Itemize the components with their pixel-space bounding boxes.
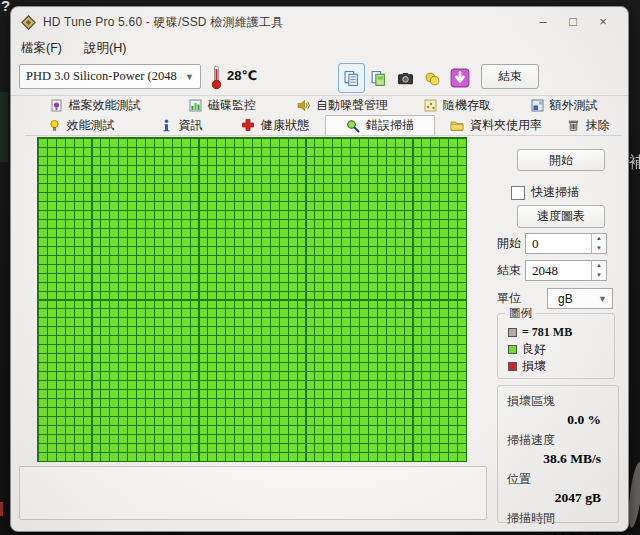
copy-image-button[interactable] (365, 63, 392, 93)
tab-aam[interactable]: 自動噪聲管理 (280, 95, 405, 115)
app-window: HD Tune Pro 5.60 - 硬碟/SSD 檢測維護工具 – □ × 檔… (10, 6, 629, 532)
copy-text-button[interactable] (338, 63, 365, 93)
exit-button[interactable]: 結束 (481, 64, 539, 89)
scan-end-label: 結束 (497, 262, 525, 279)
tab-label: 自動噪聲管理 (316, 97, 388, 114)
chevron-down-icon: ▼ (598, 294, 612, 304)
toolbar: PHD 3.0 Silicon-Power (2048 gB) ▼ 28℃ (11, 59, 628, 96)
tab-label: 健康狀態 (261, 117, 309, 134)
extra-tests-icon (531, 99, 544, 112)
scan-time-value: 14:00:31 (507, 529, 609, 535)
status-box: 損壞區塊 0.0 % 掃描速度 38.6 MB/s 位置 2047 gB 掃描時… (497, 385, 619, 523)
scan-start-row: 開始 0 ▲▼ (497, 233, 607, 254)
temperature-value: 28℃ (227, 68, 257, 83)
spin-down-icon[interactable]: ▼ (592, 244, 606, 254)
tab-label: 資訊 (179, 117, 203, 134)
bottom-panel (19, 466, 487, 520)
damaged-blocks-label: 損壞區塊 (507, 393, 609, 410)
tab-label: 磁碟監控 (208, 97, 256, 114)
chevron-down-icon: ▼ (179, 72, 200, 82)
spinner[interactable]: ▲▼ (591, 234, 606, 253)
photo-left-accent (0, 92, 8, 162)
photo-corner-text: ? (1, 0, 10, 14)
position-value: 2047 gB (507, 490, 609, 506)
menu-bar: 檔案(F) 說明(H) (11, 37, 628, 59)
scan-start-input[interactable]: 0 ▲▼ (525, 233, 607, 254)
damaged-label: 損壞 (522, 358, 546, 375)
tab-file-benchmark[interactable]: 檔案效能測試 (25, 95, 165, 115)
lightbulb-icon (48, 119, 61, 132)
block-swatch (508, 328, 517, 337)
window-title: HD Tune Pro 5.60 - 硬碟/SSD 檢測維護工具 (43, 14, 283, 31)
scroll-down-button[interactable] (446, 63, 473, 93)
file-benchmark-icon (50, 99, 63, 112)
tab-row-2: 效能測試 資訊 健康狀態 錯誤掃描 資料夾使用率 (25, 115, 622, 136)
tab-erase[interactable]: 抹除 (557, 115, 619, 135)
info-icon (160, 119, 173, 132)
folder-icon (450, 119, 464, 132)
tab-label: 檔案效能測試 (69, 97, 141, 114)
start-scan-button[interactable]: 開始 (517, 149, 605, 171)
quick-scan-checkbox[interactable] (511, 186, 525, 200)
photo-red-sliver (0, 502, 3, 516)
speed-map-button[interactable]: 速度圖表 (517, 205, 605, 228)
scan-time-label: 掃描時間 (507, 510, 609, 527)
menu-help[interactable]: 說明(H) (84, 40, 126, 57)
tab-disk-monitor[interactable]: 磁碟監控 (165, 95, 280, 115)
tab-label: 額外測試 (550, 97, 598, 114)
unit-value: gB (548, 292, 598, 306)
legend-block-size: = 781 MB (508, 325, 614, 339)
tab-error-scan[interactable]: 錯誤掃描 (325, 115, 435, 135)
tab-random-access[interactable]: 隨機存取 (405, 95, 510, 115)
tab-label: 錯誤掃描 (366, 117, 414, 134)
drive-select-value: PHD 3.0 Silicon-Power (2048 gB) (20, 69, 179, 84)
save-button[interactable] (419, 63, 446, 93)
toolbar-icons (338, 63, 473, 93)
spin-down-icon[interactable]: ▼ (592, 271, 606, 281)
speaker-icon (297, 99, 310, 112)
quick-scan-label: 快速掃描 (531, 184, 579, 201)
good-label: 良好 (522, 341, 546, 358)
legend-box: 圖例 = 781 MB 良好 損壞 (497, 313, 615, 379)
tab-label: 抹除 (586, 117, 610, 134)
disk-monitor-icon (189, 99, 202, 112)
close-button[interactable]: × (588, 7, 618, 37)
tab-row-1: 檔案效能測試 磁碟監控 自動噪聲管理 隨機存取 額外測試 (25, 95, 622, 115)
scan-end-value: 2048 (526, 263, 591, 279)
scan-start-label: 開始 (497, 235, 525, 252)
scan-grid (37, 137, 467, 462)
down-arrow-icon (450, 68, 470, 88)
drive-select[interactable]: PHD 3.0 Silicon-Power (2048 gB) ▼ (19, 64, 201, 89)
tab-folder-usage[interactable]: 資料夾使用率 (435, 115, 557, 135)
copy-text-icon (343, 70, 360, 87)
photo-edge-glyph: 補 (629, 153, 640, 172)
spin-up-icon[interactable]: ▲ (592, 261, 606, 271)
tab-benchmark[interactable]: 效能測試 (25, 115, 137, 135)
scan-start-value: 0 (526, 236, 591, 252)
tab-label: 隨機存取 (443, 97, 491, 114)
screenshot-button[interactable] (392, 63, 419, 93)
scan-end-row: 結束 2048 ▲▼ (497, 260, 607, 281)
damaged-blocks-value: 0.0 % (507, 412, 609, 428)
magnifier-icon (346, 119, 360, 133)
minimize-button[interactable]: – (528, 7, 558, 37)
menu-file[interactable]: 檔案(F) (21, 40, 62, 57)
maximize-button[interactable]: □ (558, 7, 588, 37)
position-label: 位置 (507, 471, 609, 488)
scan-end-input[interactable]: 2048 ▲▼ (525, 260, 607, 281)
unit-label: 單位 (497, 290, 547, 307)
scan-speed-value: 38.6 MB/s (507, 451, 609, 467)
coins-icon (424, 70, 441, 87)
spinner[interactable]: ▲▼ (591, 261, 606, 280)
spin-up-icon[interactable]: ▲ (592, 234, 606, 244)
unit-select[interactable]: gB ▼ (547, 288, 613, 309)
legend-good: 良好 (508, 342, 614, 356)
tab-extra-tests[interactable]: 額外測試 (510, 95, 618, 115)
tab-health[interactable]: 健康狀態 (225, 115, 325, 135)
tab-info[interactable]: 資訊 (137, 115, 225, 135)
random-access-icon (424, 99, 437, 112)
legend-title: 圖例 (505, 306, 536, 321)
app-icon (21, 15, 36, 30)
thermometer-icon (210, 64, 223, 94)
camera-icon (397, 70, 414, 87)
